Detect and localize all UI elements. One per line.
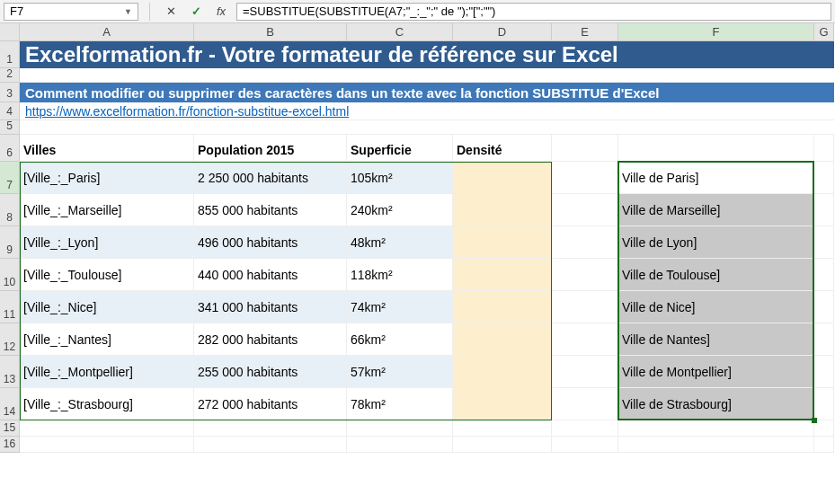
cell-dens-14[interactable] <box>453 388 552 420</box>
cell-C16[interactable] <box>347 437 453 453</box>
row-header-4[interactable]: 4 <box>0 102 20 120</box>
row-header-3[interactable]: 3 <box>0 83 20 102</box>
row-header-6[interactable]: 6 <box>0 135 20 162</box>
link-cell[interactable]: https://www.excelformation.fr/fonction-s… <box>20 102 834 120</box>
row-header-10[interactable]: 10 <box>0 259 20 291</box>
cell-E8[interactable] <box>552 194 618 226</box>
cell-G11[interactable] <box>814 291 834 323</box>
cell-G7[interactable] <box>814 162 834 194</box>
cell-ville-13[interactable]: [Ville_:_Montpellier] <box>20 356 194 388</box>
cell-B15[interactable] <box>194 420 347 437</box>
cell-pop-9[interactable]: 496 000 habitants <box>194 226 347 259</box>
cell-F15[interactable] <box>618 420 814 437</box>
cell-sup-12[interactable]: 66km² <box>347 323 453 356</box>
cell-dens-13[interactable] <box>453 356 552 388</box>
cell-sup-13[interactable]: 57km² <box>347 356 453 388</box>
cell-E13[interactable] <box>552 356 618 388</box>
cell-E10[interactable] <box>552 259 618 291</box>
cell-ville-12[interactable]: [Ville_:_Nantes] <box>20 323 194 356</box>
cell-sup-9[interactable]: 48km² <box>347 226 453 259</box>
cell-dens-8[interactable] <box>453 194 552 226</box>
cell-pop-13[interactable]: 255 000 habitants <box>194 356 347 388</box>
cancel-icon[interactable]: ✕ <box>161 3 181 21</box>
cell-dens-9[interactable] <box>453 226 552 259</box>
spreadsheet-grid[interactable]: A B C D E F G 1 Excelformation.fr - Votr… <box>0 23 835 453</box>
row-header-2[interactable]: 2 <box>0 68 20 83</box>
cell-dens-11[interactable] <box>453 291 552 323</box>
cell-E15[interactable] <box>552 420 618 437</box>
row-header-7[interactable]: 7 <box>0 162 20 194</box>
cell-E14[interactable] <box>552 388 618 420</box>
col-header-E[interactable]: E <box>552 23 618 41</box>
cell-F8[interactable]: Ville de Marseille] <box>618 194 814 226</box>
cell-sup-7[interactable]: 105km² <box>347 162 453 194</box>
cell-E12[interactable] <box>552 323 618 356</box>
row-header-15[interactable]: 15 <box>0 420 20 437</box>
cell-F16[interactable] <box>618 437 814 453</box>
select-all-corner[interactable] <box>0 23 20 41</box>
cell-G15[interactable] <box>814 420 834 437</box>
header-dens[interactable]: Densité <box>453 135 552 162</box>
cell-dens-12[interactable] <box>453 323 552 356</box>
cell-ville-14[interactable]: [Ville_:_Strasbourg] <box>20 388 194 420</box>
cell-ville-8[interactable]: [Ville_:_Marseille] <box>20 194 194 226</box>
cell-ville-9[interactable]: [Ville_:_Lyon] <box>20 226 194 259</box>
cell-F9[interactable]: Ville de Lyon] <box>618 226 814 259</box>
cell-pop-12[interactable]: 282 000 habitants <box>194 323 347 356</box>
row-header-11[interactable]: 11 <box>0 291 20 323</box>
row-header-5[interactable]: 5 <box>0 120 20 135</box>
cell-G12[interactable] <box>814 323 834 356</box>
accept-icon[interactable]: ✓ <box>186 3 206 21</box>
cell-D16[interactable] <box>453 437 552 453</box>
row-header-16[interactable]: 16 <box>0 437 20 453</box>
cell-sup-11[interactable]: 74km² <box>347 291 453 323</box>
cell-A15[interactable] <box>20 420 194 437</box>
cell-B16[interactable] <box>194 437 347 453</box>
col-header-B[interactable]: B <box>194 23 347 41</box>
row-header-12[interactable]: 12 <box>0 323 20 356</box>
cell-G9[interactable] <box>814 226 834 259</box>
header-sup[interactable]: Superficie <box>347 135 453 162</box>
cell-pop-11[interactable]: 341 000 habitants <box>194 291 347 323</box>
col-header-G[interactable]: G <box>814 23 834 41</box>
cell-G6[interactable] <box>814 135 834 162</box>
cell-pop-10[interactable]: 440 000 habitants <box>194 259 347 291</box>
cell-G16[interactable] <box>814 437 834 453</box>
cell-pop-7[interactable]: 2 250 000 habitants <box>194 162 347 194</box>
cell-F7[interactable]: Ville de Paris] <box>618 162 814 194</box>
subtitle-cell[interactable]: Comment modifier ou supprimer des caract… <box>20 83 834 102</box>
cell-F14[interactable]: Ville de Strasbourg] <box>618 388 814 420</box>
cell-sup-8[interactable]: 240km² <box>347 194 453 226</box>
col-header-F[interactable]: F <box>618 23 814 41</box>
cell-F11[interactable]: Ville de Nice] <box>618 291 814 323</box>
cell-sup-14[interactable]: 78km² <box>347 388 453 420</box>
cell-ville-10[interactable]: [Ville_:_Toulouse] <box>20 259 194 291</box>
header-pop[interactable]: Population 2015 <box>194 135 347 162</box>
cell-E9[interactable] <box>552 226 618 259</box>
blank-row-5[interactable] <box>20 120 834 135</box>
cell-D15[interactable] <box>453 420 552 437</box>
row-header-9[interactable]: 9 <box>0 226 20 259</box>
cell-ville-11[interactable]: [Ville_:_Nice] <box>20 291 194 323</box>
cell-E6[interactable] <box>552 135 618 162</box>
formula-input[interactable]: =SUBSTITUE(SUBSTITUE(A7;"_:_";" de ");"[… <box>236 3 831 21</box>
col-header-A[interactable]: A <box>20 23 194 41</box>
col-header-C[interactable]: C <box>347 23 453 41</box>
cell-E7[interactable] <box>552 162 618 194</box>
chevron-down-icon[interactable]: ▼ <box>124 7 132 16</box>
cell-G13[interactable] <box>814 356 834 388</box>
cell-F12[interactable]: Ville de Nantes] <box>618 323 814 356</box>
cell-E11[interactable] <box>552 291 618 323</box>
row-header-8[interactable]: 8 <box>0 194 20 226</box>
cell-sup-10[interactable]: 118km² <box>347 259 453 291</box>
cell-G14[interactable] <box>814 388 834 420</box>
cell-F13[interactable]: Ville de Montpellier] <box>618 356 814 388</box>
cell-ville-7[interactable]: [Ville_:_Paris] <box>20 162 194 194</box>
cell-pop-8[interactable]: 855 000 habitants <box>194 194 347 226</box>
name-box[interactable]: F7 ▼ <box>4 3 138 21</box>
row-header-13[interactable]: 13 <box>0 356 20 388</box>
cell-dens-7[interactable] <box>453 162 552 194</box>
cell-C15[interactable] <box>347 420 453 437</box>
cell-F6[interactable] <box>618 135 814 162</box>
header-villes[interactable]: Villes <box>20 135 194 162</box>
